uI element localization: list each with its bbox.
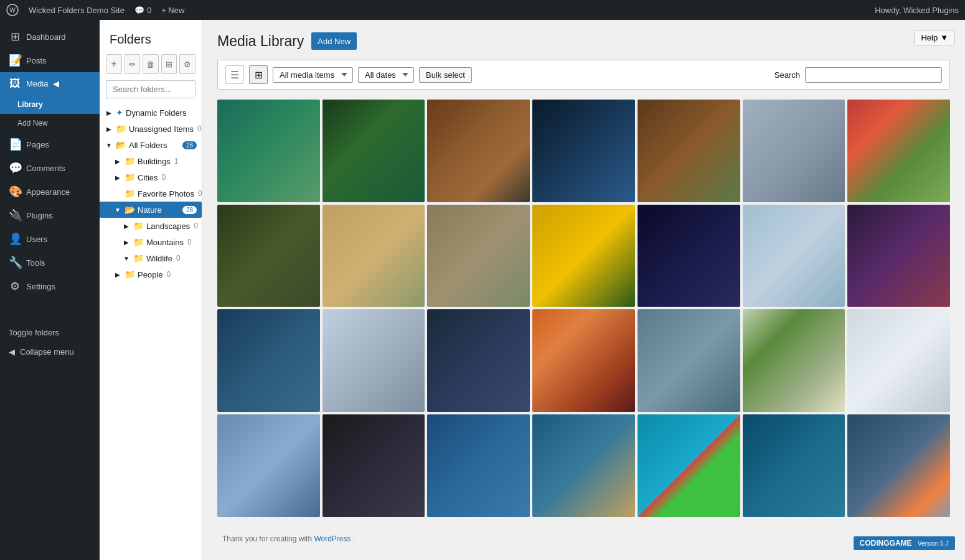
media-item[interactable] <box>847 309 950 412</box>
sidebar-label-posts: Posts <box>26 56 47 65</box>
folders-title: Folders <box>100 20 202 54</box>
sidebar-item-pages[interactable]: 📄 Pages <box>0 133 100 156</box>
all-folders-icon: 📂 <box>116 140 126 150</box>
folder-row-cities[interactable]: ▶ 📁 Cities 0 <box>100 169 202 185</box>
new-link[interactable]: + New <box>161 6 184 15</box>
media-item[interactable] <box>427 205 530 307</box>
media-item[interactable] <box>532 100 635 202</box>
folder-row-mountains[interactable]: ▶ 📁 Mountains 0 <box>100 234 202 250</box>
people-count: 0 <box>166 270 171 279</box>
folder-row-wildlife[interactable]: ▼ 📁 Wildlife 0 <box>100 250 202 266</box>
folder-row-people[interactable]: ▶ 📁 People 0 <box>100 266 202 282</box>
folder-row-nature[interactable]: ▼ 📂 Nature 28 <box>100 202 202 218</box>
people-arrow-icon: ▶ <box>113 271 122 278</box>
list-view-button[interactable]: ☰ <box>225 65 244 84</box>
folder-row-buildings[interactable]: ▶ 📁 Buildings 1 <box>100 153 202 169</box>
media-item[interactable] <box>217 414 320 517</box>
folder-row-unassigned[interactable]: ▶ 📁 Unassigned Items 0 <box>100 121 202 137</box>
landscapes-label: Landscapes <box>146 222 190 231</box>
media-item[interactable] <box>532 414 635 517</box>
help-label: Help <box>921 33 938 42</box>
media-item[interactable] <box>847 100 950 202</box>
add-new-button[interactable]: Add New <box>311 32 357 50</box>
people-folder-icon: 📁 <box>125 269 135 279</box>
main-content: Media Library Add New ☰ ⊞ All media item… <box>202 20 965 560</box>
folder-row-dynamic[interactable]: ▶ ✦ Dynamic Folders <box>100 105 202 121</box>
dynamic-folder-icon: ✦ <box>116 108 123 118</box>
sidebar-label-settings: Settings <box>26 282 55 291</box>
media-item[interactable] <box>427 100 530 202</box>
mountains-folder-icon: 📁 <box>133 237 144 247</box>
sidebar-item-posts[interactable]: 📝 Posts <box>0 49 100 72</box>
media-item[interactable] <box>743 309 845 412</box>
collapse-menu-btn[interactable]: ◀ Collapse menu <box>0 342 100 362</box>
add-subfolder-button[interactable]: ⊞ <box>161 54 177 74</box>
folder-row-favorite[interactable]: ▶ 📁 Favorite Photos 0 <box>100 185 202 202</box>
media-item[interactable] <box>322 414 425 517</box>
comments-link[interactable]: 💬 0 <box>134 6 151 15</box>
media-item[interactable] <box>532 309 635 412</box>
sidebar-item-media[interactable]: 🖼 Media ◀ <box>0 72 100 95</box>
folder-row-landscapes[interactable]: ▶ 📁 Landscapes 0 <box>100 218 202 234</box>
unassigned-arrow-icon: ▶ <box>105 126 113 133</box>
sidebar-item-plugins[interactable]: 🔌 Plugins <box>0 203 100 227</box>
howdy-text: Howdy, Wicked Plugins <box>875 6 959 15</box>
media-item[interactable] <box>427 414 530 517</box>
media-item[interactable] <box>743 414 845 517</box>
media-arrow-icon: ◀ <box>53 79 59 88</box>
dates-filter-select[interactable]: All dates <box>358 67 414 83</box>
search-input[interactable] <box>805 67 942 83</box>
site-name[interactable]: Wicked Folders Demo Site <box>29 6 125 15</box>
tools-icon: 🔧 <box>9 256 21 269</box>
page-title: Media Library <box>217 33 304 50</box>
edit-folder-button[interactable]: ✏ <box>125 54 141 74</box>
folder-search-input[interactable] <box>106 80 195 98</box>
media-item[interactable] <box>322 309 425 412</box>
sidebar-label-library: Library <box>17 100 43 109</box>
wildlife-label: Wildlife <box>146 254 172 263</box>
sidebar-item-dashboard[interactable]: ⊞ Dashboard <box>0 25 100 49</box>
media-item[interactable] <box>847 414 950 517</box>
media-item[interactable] <box>638 100 740 202</box>
search-label: Search <box>774 70 800 80</box>
sidebar-item-add-new[interactable]: Add New <box>0 114 100 133</box>
sidebar-item-library[interactable]: Library <box>0 95 100 114</box>
folder-settings-button[interactable]: ⚙ <box>179 54 195 74</box>
sidebar-item-settings[interactable]: ⚙ Settings <box>0 274 100 298</box>
all-folders-arrow-icon: ▼ <box>105 142 113 149</box>
delete-folder-button[interactable]: 🗑 <box>143 54 159 74</box>
media-item[interactable] <box>638 414 740 517</box>
toggle-folders-btn[interactable]: Toggle folders <box>0 323 100 342</box>
footer-period: . <box>353 534 355 543</box>
media-item[interactable] <box>532 205 635 307</box>
codinggame-label: CODINGGAME <box>860 539 912 548</box>
help-button[interactable]: Help ▼ <box>914 30 955 45</box>
wp-logo[interactable]: W <box>6 4 19 16</box>
media-item[interactable] <box>322 100 425 202</box>
buildings-folder-icon: 📁 <box>125 156 135 166</box>
sidebar-item-comments[interactable]: 💬 Comments <box>0 156 100 180</box>
nature-arrow-icon: ▼ <box>113 207 122 213</box>
media-item[interactable] <box>743 205 845 307</box>
media-item[interactable] <box>743 100 845 202</box>
grid-view-button[interactable]: ⊞ <box>249 65 268 84</box>
sidebar-label-pages: Pages <box>26 140 49 149</box>
media-item[interactable] <box>217 100 320 202</box>
media-item[interactable] <box>847 205 950 307</box>
media-item[interactable] <box>638 309 740 412</box>
wordpress-link[interactable]: WordPress <box>314 534 351 543</box>
bulk-select-button[interactable]: Bulk select <box>419 67 472 83</box>
media-filter-select[interactable]: All media items Images Video Audio <box>273 67 353 83</box>
media-item[interactable] <box>217 309 320 412</box>
sidebar-item-users[interactable]: 👤 Users <box>0 227 100 251</box>
folder-row-all-folders[interactable]: ▼ 📂 All Folders 28 <box>100 137 202 153</box>
media-item[interactable] <box>322 205 425 307</box>
media-item[interactable] <box>427 309 530 412</box>
add-folder-button[interactable]: + <box>106 54 122 74</box>
landscapes-arrow-icon: ▶ <box>122 223 131 230</box>
sidebar-item-tools[interactable]: 🔧 Tools <box>0 251 100 274</box>
sidebar-item-appearance[interactable]: 🎨 Appearance <box>0 180 100 203</box>
media-item[interactable] <box>638 205 740 307</box>
list-view-icon: ☰ <box>230 69 239 81</box>
media-item[interactable] <box>217 205 320 307</box>
